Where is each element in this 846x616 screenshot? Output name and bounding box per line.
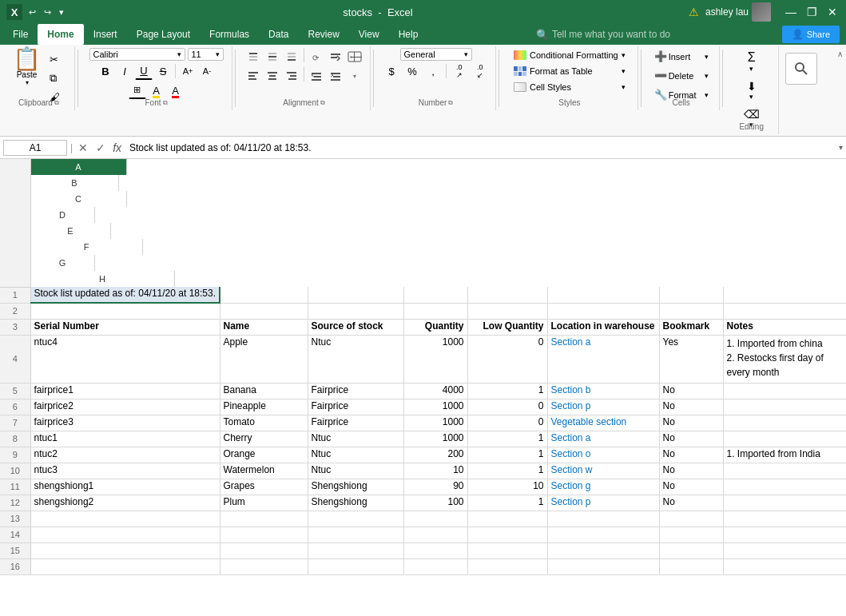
cell-b2[interactable] (220, 303, 308, 319)
cell-b3[interactable]: Name (220, 319, 308, 335)
cell-f16[interactable] (547, 558, 659, 574)
cell-f3[interactable]: Location in warehouse (547, 319, 659, 335)
cell-g13[interactable] (659, 511, 723, 527)
fill-color-button[interactable]: A (148, 81, 165, 99)
cell-c4[interactable]: Ntuc (308, 335, 403, 383)
cell-d9[interactable]: 200 (403, 447, 467, 463)
cell-b6[interactable]: Pineapple (220, 399, 308, 415)
cell-f7[interactable]: Vegetable section (547, 415, 659, 431)
formula-dropdown-button[interactable]: ▾ (839, 143, 843, 152)
orientation-button[interactable]: ⟳ (308, 48, 325, 66)
row-number[interactable]: 9 (0, 447, 30, 463)
ribbon-collapse-button[interactable]: ∧ (837, 48, 843, 59)
col-header-a[interactable]: A (31, 159, 127, 175)
cell-d10[interactable]: 10 (403, 463, 467, 479)
align-bottom-button[interactable] (283, 48, 300, 66)
indent-increase-button[interactable] (327, 67, 344, 85)
strikethrough-button[interactable]: S (154, 62, 172, 80)
col-header-b[interactable]: B (31, 175, 119, 191)
cell-g4[interactable]: Yes (659, 335, 723, 383)
minimize-button[interactable]: — (784, 5, 798, 19)
col-header-g[interactable]: G (31, 255, 95, 271)
col-header-d[interactable]: D (31, 207, 95, 223)
cell-g1[interactable] (659, 287, 723, 303)
font-color-button[interactable]: A (167, 81, 185, 99)
row-number[interactable]: 2 (0, 303, 30, 319)
cell-d2[interactable] (403, 303, 467, 319)
align-middle-button[interactable] (264, 48, 281, 66)
cell-h12[interactable] (723, 495, 846, 511)
alignment-expand[interactable]: ⧉ (320, 99, 325, 107)
cell-f15[interactable] (547, 542, 659, 558)
col-header-h[interactable]: H (31, 271, 175, 287)
cell-g7[interactable]: No (659, 415, 723, 431)
cell-d8[interactable]: 1000 (403, 431, 467, 447)
row-number[interactable]: 3 (0, 319, 30, 335)
cell-b16[interactable] (220, 558, 308, 574)
cell-a5[interactable]: fairprice1 (30, 383, 220, 399)
row-number[interactable]: 12 (0, 495, 30, 511)
cell-d4[interactable]: 1000 (403, 335, 467, 383)
cell-f11[interactable]: Section g (547, 479, 659, 495)
cell-f10[interactable]: Section w (547, 463, 659, 479)
cell-h3[interactable]: Notes (723, 319, 846, 335)
cell-e10[interactable]: 1 (467, 463, 547, 479)
cell-h6[interactable] (723, 399, 846, 415)
decimal-decrease-button[interactable]: .0↙ (471, 64, 489, 78)
cell-d5[interactable]: 4000 (403, 383, 467, 399)
cell-reference-box[interactable]: A1 (3, 140, 67, 156)
cell-g10[interactable]: No (659, 463, 723, 479)
row-number[interactable]: 10 (0, 463, 30, 479)
redo-button[interactable]: ↪ (41, 6, 54, 19)
wrap-text-button[interactable] (327, 48, 344, 66)
cell-h10[interactable] (723, 463, 846, 479)
row-number[interactable]: 11 (0, 479, 30, 495)
cell-b4[interactable]: Apple (220, 335, 308, 383)
cell-e1[interactable] (467, 287, 547, 303)
cell-b1[interactable] (220, 287, 308, 303)
merge-cells-button[interactable]: ⟵⟶ (346, 48, 363, 66)
font-decrease-button[interactable]: A- (198, 62, 216, 80)
cell-d14[interactable] (403, 527, 467, 542)
cell-d15[interactable] (403, 542, 467, 558)
cell-e2[interactable] (467, 303, 547, 319)
cell-g16[interactable] (659, 558, 723, 574)
grid-scroll-area[interactable]: A B C D E F G H 1Stock list updated as o… (0, 159, 846, 616)
cell-a7[interactable]: fairprice3 (30, 415, 220, 431)
cell-b12[interactable]: Plum (220, 495, 308, 511)
cell-f12[interactable]: Section p (547, 495, 659, 511)
cell-e6[interactable]: 0 (467, 399, 547, 415)
menu-file[interactable]: File (3, 24, 38, 45)
format-as-table-button[interactable]: Format as Table ▾ (508, 64, 631, 78)
cell-b8[interactable]: Cherry (220, 431, 308, 447)
cell-d6[interactable]: 1000 (403, 399, 467, 415)
menu-review[interactable]: Review (298, 24, 348, 45)
cell-h16[interactable] (723, 558, 846, 574)
fill-button[interactable]: ⬇ ▾ (732, 77, 772, 103)
menu-home[interactable]: Home (38, 24, 83, 45)
row-number[interactable]: 5 (0, 383, 30, 399)
cell-c16[interactable] (308, 558, 403, 574)
cell-e12[interactable]: 1 (467, 495, 547, 511)
insert-cells-button[interactable]: ➕ Insert ▾ (650, 48, 713, 65)
border-button[interactable]: ⊞ (129, 81, 146, 99)
cell-d11[interactable]: 90 (403, 479, 467, 495)
cell-c3[interactable]: Source of stock (308, 319, 403, 335)
bold-button[interactable]: B (97, 62, 114, 80)
undo-button[interactable]: ↩ (26, 6, 39, 19)
delete-cells-button[interactable]: ➖ Delete ▾ (650, 67, 713, 84)
align-top-button[interactable] (244, 48, 262, 66)
cell-a6[interactable]: fairprice2 (30, 399, 220, 415)
cell-d1[interactable] (403, 287, 467, 303)
cell-e3[interactable]: Low Quantity (467, 319, 547, 335)
cell-c7[interactable]: Fairprice (308, 415, 403, 431)
cut-button[interactable]: ✂ (46, 51, 68, 68)
col-header-f[interactable]: F (31, 239, 143, 255)
cell-a2[interactable] (30, 303, 220, 319)
cell-e14[interactable] (467, 527, 547, 542)
font-expand[interactable]: ⧉ (163, 99, 168, 107)
row-number[interactable]: 13 (0, 511, 30, 527)
cell-b13[interactable] (220, 511, 308, 527)
cell-g15[interactable] (659, 542, 723, 558)
cell-c11[interactable]: Shengshiong (308, 479, 403, 495)
